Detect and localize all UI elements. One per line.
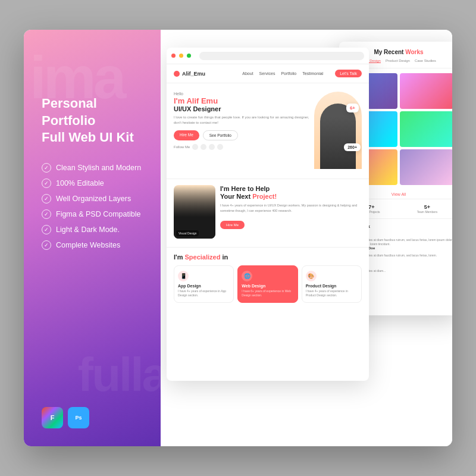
person-silhouette <box>320 104 356 169</box>
projects-badge: 260+ <box>344 143 361 151</box>
hero-buttons: Hire Me See Portfolio <box>174 130 309 140</box>
work-image-2 <box>400 73 452 109</box>
follow-section: Follow Me <box>174 144 309 150</box>
card-product-design: 🎨 Product Design I have 4+ years of expe… <box>302 265 362 303</box>
testimonial-text-1: Ut ultricies at diam faucibus rutrum, se… <box>359 238 452 246</box>
browser-minimize-dot <box>179 54 183 58</box>
specialized-title: I'm Specialized in <box>174 253 362 261</box>
testimonial-text-2: Ut ultricies at diam faucibus rutrum, se… <box>359 253 437 258</box>
tab-case-studies[interactable]: Case Studies <box>415 59 436 63</box>
web-design-title: Web Design <box>242 284 293 288</box>
check-icon: ✓ <box>42 225 51 234</box>
hire-me-button[interactable]: Hire Me <box>174 130 199 140</box>
help-section: Visual Design I'm Here to HelpYour Next … <box>167 178 369 247</box>
check-icon: ✓ <box>42 240 51 250</box>
right-panel: My Recent Works Web Design Product Desig… <box>161 30 452 446</box>
left-panel: Personal Portfolio Full Web UI Kit ✓ Cle… <box>24 30 161 446</box>
mock-logo: Alif_Emu <box>174 71 205 77</box>
main-mockup: Alif_Emu About Services Portfolio Testim… <box>167 48 369 381</box>
browser-close-dot <box>171 54 176 58</box>
experience-badge: 6+ <box>346 104 359 112</box>
logo-dot <box>174 71 180 77</box>
browser-chrome <box>167 48 369 64</box>
mockup-nav: Alif_Emu About Services Portfolio Testim… <box>167 64 369 83</box>
stat-members: 5+ Team Members <box>401 204 452 214</box>
nav-portfolio[interactable]: Portfolio <box>281 71 296 76</box>
work-image-4 <box>400 111 452 147</box>
card-app-design: 📱 App Design I have 4+ years of experien… <box>174 265 234 303</box>
browser-url-bar <box>199 52 364 60</box>
product-design-title: Product Design <box>306 284 358 288</box>
check-icon: ✓ <box>42 178 51 188</box>
person2-label: Visual Design <box>176 230 199 236</box>
social-icon-2[interactable] <box>201 144 206 150</box>
product-design-desc: I have 4+ years of experience in Product… <box>306 289 358 298</box>
stat-members-label: Team Members <box>401 210 452 214</box>
card-web-design: 🌐 Web Design I have 6+ years of experien… <box>237 265 298 303</box>
check-icon: ✓ <box>42 209 51 219</box>
specialized-section: I'm Specialized in 📱 App Design I have 4… <box>167 247 369 308</box>
product-info: Personal Portfolio Full Web UI Kit ✓ Cle… <box>42 95 143 256</box>
testimonial-name-1: John Doe <box>359 246 452 250</box>
feature-item: ✓ Well Organized Layers <box>42 194 143 203</box>
hero-job-title: UI/UX Designer <box>174 105 309 112</box>
help-title: I'm Here to HelpYour Next Project! <box>220 185 362 201</box>
app-design-icon: 📱 <box>178 271 189 281</box>
web-design-icon: 🌐 <box>242 271 252 281</box>
feature-item: ✓ Light & Dark Mode. <box>42 225 143 234</box>
browser-maximize-dot <box>187 54 191 58</box>
psd-badge: Ps <box>68 407 89 428</box>
feature-item: ✓ Clean Stylish and Modern <box>42 163 143 173</box>
tool-badges: F Ps <box>42 407 143 428</box>
help-text: I'm Here to HelpYour Next Project! I hav… <box>220 185 362 241</box>
app-design-desc: I have 4+ years of experience in App Des… <box>178 289 230 298</box>
hero-description: I love to create fun things that people … <box>174 115 309 126</box>
figma-badge: F <box>42 407 63 428</box>
nav-services[interactable]: Services <box>259 71 275 76</box>
social-icon-1[interactable] <box>192 144 198 150</box>
specialized-cards: 📱 App Design I have 4+ years of experien… <box>174 265 362 303</box>
app-design-title: App Design <box>178 284 230 288</box>
product-design-icon: 🎨 <box>306 271 317 281</box>
tab-product-design[interactable]: Product Design <box>386 59 410 63</box>
feature-item: ✓ 100% Editable <box>42 178 143 188</box>
main-card: Personal Portfolio Full Web UI Kit ✓ Cle… <box>24 30 452 446</box>
nav-about[interactable]: About <box>242 71 253 76</box>
see-portfolio-button[interactable]: See Portfolio <box>203 130 238 140</box>
work-image-6 <box>400 149 452 185</box>
check-icon: ✓ <box>42 194 51 203</box>
hero-section: Hello I'm Alif Emu UI/UX Designer I love… <box>167 83 369 178</box>
hero-greeting: Hello <box>174 92 309 96</box>
feature-item: ✓ Complete Websites <box>42 240 143 250</box>
social-icon-3[interactable] <box>209 144 215 150</box>
product-title: Personal Portfolio Full Web UI Kit <box>42 95 143 146</box>
mock-nav-links: About Services Portfolio Testimonial <box>242 71 323 76</box>
stat-members-num: 5+ <box>401 204 452 210</box>
hero-image: 6+ 260+ <box>314 92 362 169</box>
web-design-desc: I have 6+ years of experience in Web Des… <box>242 289 293 298</box>
social-icon-4[interactable] <box>217 144 223 150</box>
feature-item: ✓ Figma & PSD Compatible <box>42 209 143 219</box>
features-list: ✓ Clean Stylish and Modern ✓ 100% Editab… <box>42 163 143 250</box>
nav-cta-button[interactable]: Let's Talk <box>335 70 362 77</box>
check-icon: ✓ <box>42 163 51 173</box>
person2-image: Visual Design <box>174 185 215 239</box>
hero-name: I'm Alif Emu <box>174 97 309 105</box>
help-description: I have 4+ years of experience in UI/UX D… <box>220 203 362 213</box>
nav-testimonial[interactable]: Testimonial <box>302 71 323 76</box>
help-hire-button[interactable]: Hire Me <box>220 221 245 229</box>
hero-text: Hello I'm Alif Emu UI/UX Designer I love… <box>174 92 309 173</box>
